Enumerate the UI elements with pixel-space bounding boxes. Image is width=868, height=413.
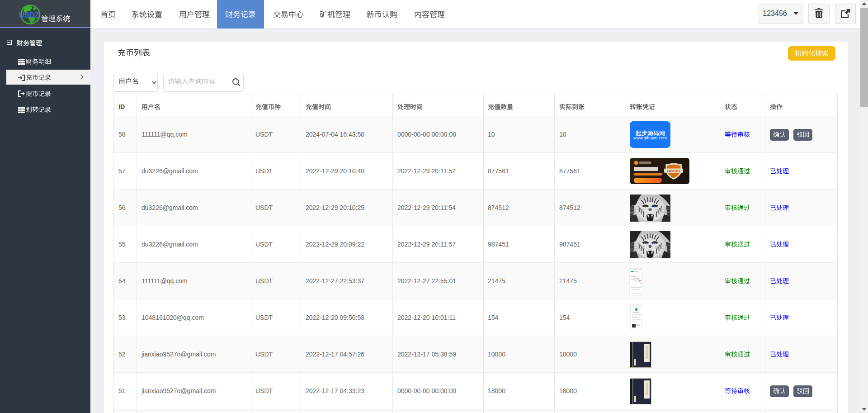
svg-text:HOPOO: HOPOO [667,169,680,173]
